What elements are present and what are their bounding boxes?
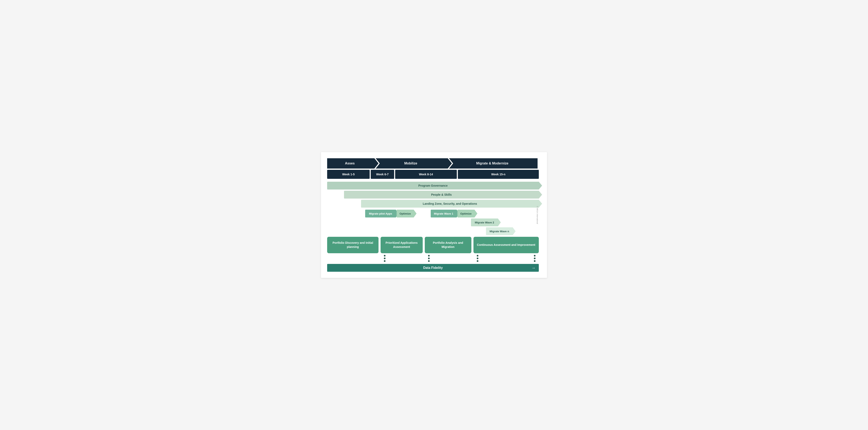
analysis-box: Portfolio Analysis and Migration	[425, 237, 471, 253]
portfolio-discovery-wrap: Portfolio Discovery and Initial planning	[327, 237, 378, 253]
week-8-14: Week 8-14	[395, 170, 457, 179]
data-fidelity-bar: Data Fidelity	[327, 264, 539, 272]
phase-mobilize-label: Mobilize	[404, 161, 417, 165]
prioritized-wrap: Prioritized Applications Assessment	[380, 237, 423, 262]
governance-bar: Program Governance	[327, 182, 539, 189]
week-6-7: Week 6-7	[371, 170, 394, 179]
dot-3	[384, 260, 385, 262]
migrate-wave1-bar: Migrate Wave 1	[431, 210, 457, 217]
bars-section: Program Governance People & Skills Landi…	[327, 182, 539, 208]
people-bar: People & Skills	[344, 191, 539, 198]
dot-7	[477, 255, 478, 256]
phase-asses: Asses	[327, 158, 374, 168]
dot-4	[428, 255, 430, 256]
prioritized-box: Prioritized Applications Assessment	[380, 237, 423, 253]
week-15n: Week 15-n	[458, 170, 539, 179]
watermark: © MEGA International	[536, 206, 538, 224]
optimize-1-bar: Optimize	[397, 210, 414, 217]
dot-6	[428, 260, 430, 262]
portfolio-discovery-box: Portfolio Discovery and Initial planning	[327, 237, 378, 253]
dot-8	[477, 257, 478, 259]
dot-10	[534, 255, 535, 256]
phase-asses-label: Asses	[345, 161, 355, 165]
dot-9	[477, 260, 478, 262]
analysis-wrap: Portfolio Analysis and Migration	[425, 237, 471, 262]
dot-11	[534, 257, 535, 259]
optimize-2-bar: Optimize	[458, 210, 474, 217]
dot-12	[534, 260, 535, 262]
migrate-wave2-bar: Migrate Wave 2	[471, 218, 498, 226]
migrate-waven-bar: Migrate Wave n	[486, 227, 513, 235]
week-row: Week 1-5 Week 6-7 Week 8-14 Week 15-n	[327, 170, 539, 179]
dot-5	[428, 257, 430, 259]
phase-mobilize: Mobilize	[376, 158, 448, 168]
week-1-5: Week 1-5	[327, 170, 370, 179]
phase-migrate-label: Migrate & Modernize	[476, 161, 508, 165]
landing-bar: Landing Zone, Security, and Operations	[361, 200, 539, 208]
dot-2	[384, 257, 385, 259]
phase-row: Asses Mobilize Migrate & Modernize	[327, 158, 539, 168]
continuous-wrap: Continuous Assessment and Improvement	[473, 237, 539, 262]
continuous-box: Continuous Assessment and Improvement	[473, 237, 539, 253]
diagram-container: Asses Mobilize Migrate & Modernize Week …	[321, 152, 547, 278]
dot-1	[384, 255, 385, 256]
phase-migrate: Migrate & Modernize	[449, 158, 537, 168]
migrate-pilot-bar: Migrate pilot Apps	[365, 210, 396, 217]
